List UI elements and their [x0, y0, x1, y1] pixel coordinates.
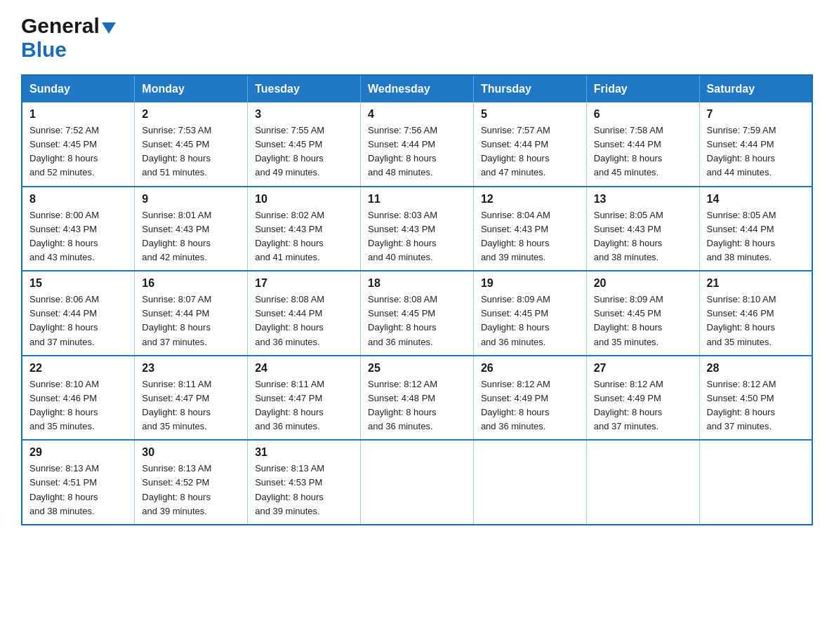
day-info: Sunrise: 7:55 AM Sunset: 4:45 PM Dayligh… [255, 123, 353, 180]
day-info: Sunrise: 8:08 AM Sunset: 4:44 PM Dayligh… [255, 293, 353, 349]
calendar-week-row: 8 Sunrise: 8:00 AM Sunset: 4:43 PM Dayli… [22, 187, 812, 271]
day-info: Sunrise: 8:11 AM Sunset: 4:47 PM Dayligh… [255, 377, 353, 434]
day-info: Sunrise: 8:09 AM Sunset: 4:45 PM Dayligh… [481, 293, 579, 349]
day-info: Sunrise: 8:13 AM Sunset: 4:52 PM Dayligh… [142, 462, 240, 518]
day-info: Sunrise: 7:58 AM Sunset: 4:44 PM Dayligh… [594, 123, 692, 180]
calendar-day-cell: 29 Sunrise: 8:13 AM Sunset: 4:51 PM Dayl… [22, 440, 135, 525]
day-number: 2 [142, 108, 240, 121]
calendar-day-cell: 24 Sunrise: 8:11 AM Sunset: 4:47 PM Dayl… [248, 356, 361, 441]
day-number: 21 [707, 277, 805, 290]
calendar-day-cell: 26 Sunrise: 8:12 AM Sunset: 4:49 PM Dayl… [473, 356, 586, 441]
calendar-day-cell: 5 Sunrise: 7:57 AM Sunset: 4:44 PM Dayli… [473, 102, 586, 187]
calendar-day-cell: 17 Sunrise: 8:08 AM Sunset: 4:44 PM Dayl… [248, 271, 361, 356]
day-info: Sunrise: 8:01 AM Sunset: 4:43 PM Dayligh… [142, 208, 240, 265]
day-of-week-header: Tuesday [248, 75, 361, 102]
day-number: 16 [142, 277, 240, 290]
day-number: 5 [481, 108, 579, 121]
logo-triangle-icon [102, 22, 116, 34]
calendar-week-row: 1 Sunrise: 7:52 AM Sunset: 4:45 PM Dayli… [22, 102, 812, 187]
calendar-day-cell: 14 Sunrise: 8:05 AM Sunset: 4:44 PM Dayl… [699, 187, 812, 271]
day-info: Sunrise: 8:02 AM Sunset: 4:43 PM Dayligh… [255, 208, 353, 265]
calendar-day-cell: 12 Sunrise: 8:04 AM Sunset: 4:43 PM Dayl… [473, 187, 586, 271]
day-number: 6 [594, 108, 692, 121]
calendar-day-cell: 27 Sunrise: 8:12 AM Sunset: 4:49 PM Dayl… [586, 356, 699, 441]
calendar-day-cell: 30 Sunrise: 8:13 AM Sunset: 4:52 PM Dayl… [135, 440, 248, 525]
calendar-day-cell: 22 Sunrise: 8:10 AM Sunset: 4:46 PM Dayl… [22, 356, 135, 441]
day-number: 8 [29, 193, 127, 206]
calendar-day-cell: 2 Sunrise: 7:53 AM Sunset: 4:45 PM Dayli… [135, 102, 248, 187]
calendar-day-cell: 18 Sunrise: 8:08 AM Sunset: 4:45 PM Dayl… [361, 271, 474, 356]
day-info: Sunrise: 8:12 AM Sunset: 4:49 PM Dayligh… [481, 377, 579, 434]
day-info: Sunrise: 8:07 AM Sunset: 4:44 PM Dayligh… [142, 293, 240, 349]
day-info: Sunrise: 7:59 AM Sunset: 4:44 PM Dayligh… [707, 123, 805, 180]
calendar-day-cell: 9 Sunrise: 8:01 AM Sunset: 4:43 PM Dayli… [135, 187, 248, 271]
day-info: Sunrise: 8:12 AM Sunset: 4:49 PM Dayligh… [594, 377, 692, 434]
day-number: 31 [255, 446, 353, 459]
calendar-day-cell: 19 Sunrise: 8:09 AM Sunset: 4:45 PM Dayl… [473, 271, 586, 356]
day-info: Sunrise: 8:13 AM Sunset: 4:53 PM Dayligh… [255, 462, 353, 518]
day-info: Sunrise: 7:57 AM Sunset: 4:44 PM Dayligh… [481, 123, 579, 180]
calendar-day-cell: 10 Sunrise: 8:02 AM Sunset: 4:43 PM Dayl… [248, 187, 361, 271]
calendar-day-cell: 4 Sunrise: 7:56 AM Sunset: 4:44 PM Dayli… [361, 102, 474, 187]
day-info: Sunrise: 8:12 AM Sunset: 4:50 PM Dayligh… [707, 377, 805, 434]
logo: General Blue [21, 14, 116, 62]
calendar-day-cell: 16 Sunrise: 8:07 AM Sunset: 4:44 PM Dayl… [135, 271, 248, 356]
day-of-week-header: Friday [586, 75, 699, 102]
day-number: 15 [29, 277, 127, 290]
day-info: Sunrise: 8:10 AM Sunset: 4:46 PM Dayligh… [29, 377, 127, 434]
day-info: Sunrise: 8:04 AM Sunset: 4:43 PM Dayligh… [481, 208, 579, 265]
day-number: 17 [255, 277, 353, 290]
calendar-table: SundayMondayTuesdayWednesdayThursdayFrid… [21, 74, 813, 525]
day-info: Sunrise: 8:05 AM Sunset: 4:44 PM Dayligh… [707, 208, 805, 265]
calendar-day-cell: 11 Sunrise: 8:03 AM Sunset: 4:43 PM Dayl… [361, 187, 474, 271]
calendar-day-cell: 21 Sunrise: 8:10 AM Sunset: 4:46 PM Dayl… [699, 271, 812, 356]
calendar-day-cell: 1 Sunrise: 7:52 AM Sunset: 4:45 PM Dayli… [22, 102, 135, 187]
day-number: 13 [594, 193, 692, 206]
day-info: Sunrise: 8:08 AM Sunset: 4:45 PM Dayligh… [368, 293, 466, 349]
day-info: Sunrise: 8:12 AM Sunset: 4:48 PM Dayligh… [368, 377, 466, 434]
calendar-day-cell: 25 Sunrise: 8:12 AM Sunset: 4:48 PM Dayl… [361, 356, 474, 441]
day-number: 26 [481, 362, 579, 375]
day-of-week-header: Thursday [473, 75, 586, 102]
day-number: 9 [142, 193, 240, 206]
calendar-day-cell [361, 440, 474, 525]
day-number: 10 [255, 193, 353, 206]
day-number: 25 [368, 362, 466, 375]
calendar-day-cell [699, 440, 812, 525]
day-number: 22 [29, 362, 127, 375]
calendar-header-row: SundayMondayTuesdayWednesdayThursdayFrid… [22, 75, 812, 102]
day-of-week-header: Monday [135, 75, 248, 102]
day-number: 3 [255, 108, 353, 121]
day-number: 19 [481, 277, 579, 290]
day-info: Sunrise: 7:53 AM Sunset: 4:45 PM Dayligh… [142, 123, 240, 180]
logo-general-text: General [21, 14, 100, 38]
day-number: 30 [142, 446, 240, 459]
page-header: General Blue [21, 14, 813, 62]
calendar-day-cell [473, 440, 586, 525]
day-number: 7 [707, 108, 805, 121]
day-number: 23 [142, 362, 240, 375]
day-info: Sunrise: 8:10 AM Sunset: 4:46 PM Dayligh… [707, 293, 805, 349]
day-number: 28 [707, 362, 805, 375]
day-of-week-header: Wednesday [361, 75, 474, 102]
calendar-day-cell: 20 Sunrise: 8:09 AM Sunset: 4:45 PM Dayl… [586, 271, 699, 356]
calendar-week-row: 22 Sunrise: 8:10 AM Sunset: 4:46 PM Dayl… [22, 356, 812, 441]
calendar-day-cell: 6 Sunrise: 7:58 AM Sunset: 4:44 PM Dayli… [586, 102, 699, 187]
day-number: 29 [29, 446, 127, 459]
day-info: Sunrise: 7:56 AM Sunset: 4:44 PM Dayligh… [368, 123, 466, 180]
day-number: 27 [594, 362, 692, 375]
day-number: 1 [29, 108, 127, 121]
day-info: Sunrise: 7:52 AM Sunset: 4:45 PM Dayligh… [29, 123, 127, 180]
day-info: Sunrise: 8:09 AM Sunset: 4:45 PM Dayligh… [594, 293, 692, 349]
day-info: Sunrise: 8:06 AM Sunset: 4:44 PM Dayligh… [29, 293, 127, 349]
calendar-day-cell: 13 Sunrise: 8:05 AM Sunset: 4:43 PM Dayl… [586, 187, 699, 271]
day-number: 18 [368, 277, 466, 290]
day-number: 24 [255, 362, 353, 375]
calendar-day-cell: 7 Sunrise: 7:59 AM Sunset: 4:44 PM Dayli… [699, 102, 812, 187]
day-number: 4 [368, 108, 466, 121]
calendar-week-row: 15 Sunrise: 8:06 AM Sunset: 4:44 PM Dayl… [22, 271, 812, 356]
day-number: 12 [481, 193, 579, 206]
day-info: Sunrise: 8:11 AM Sunset: 4:47 PM Dayligh… [142, 377, 240, 434]
day-of-week-header: Sunday [22, 75, 135, 102]
calendar-day-cell: 8 Sunrise: 8:00 AM Sunset: 4:43 PM Dayli… [22, 187, 135, 271]
